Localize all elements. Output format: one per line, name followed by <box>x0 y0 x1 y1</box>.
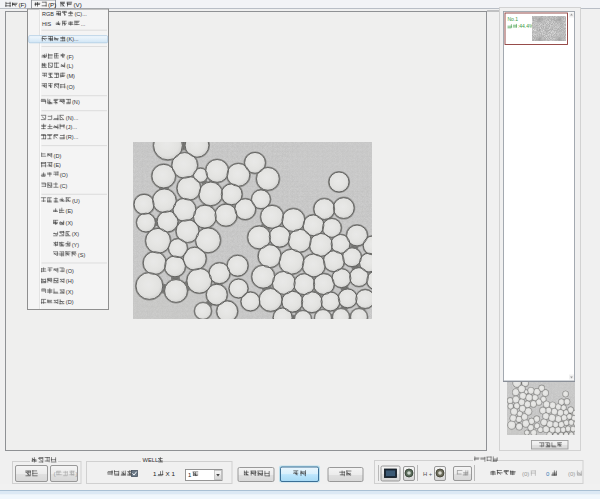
svg-text:(O): (O) <box>66 268 74 274</box>
svg-text:...: ... <box>81 21 86 27</box>
svg-text:(0): (0) <box>568 471 575 477</box>
svg-text:(V): (V) <box>74 1 82 8</box>
svg-text:RGB: RGB <box>42 11 54 17</box>
svg-text:(Y): (Y) <box>72 242 80 248</box>
svg-text:(L): (L) <box>67 63 74 69</box>
svg-text:): ) <box>75 470 77 477</box>
svg-text:(N)...: (N)... <box>66 115 79 121</box>
svg-text:WELL: WELL <box>143 457 160 463</box>
svg-text:(U): (U) <box>72 198 80 204</box>
svg-text:(0): (0) <box>522 471 529 477</box>
svg-text:(H): (H) <box>66 278 74 284</box>
svg-text:(X): (X) <box>66 220 74 226</box>
svg-text:(X): (X) <box>66 289 74 295</box>
svg-text:(E): (E) <box>54 162 62 168</box>
svg-text:(O): (O) <box>67 84 75 90</box>
svg-text:(P): (P) <box>48 1 56 8</box>
svg-text:H +: H + <box>423 471 433 477</box>
svg-text:(D): (D) <box>66 299 74 305</box>
svg-text:HIS: HIS <box>42 21 52 27</box>
svg-text:No.1: No.1 <box>508 16 519 22</box>
svg-text:(F): (F) <box>19 1 27 8</box>
svg-text:(F): (F) <box>67 54 74 60</box>
svg-text:(R)...: (R)... <box>66 134 79 140</box>
svg-text:(K)...: (K)... <box>67 36 80 42</box>
svg-text::44.4%: :44.4% <box>518 23 534 29</box>
svg-text:(J)...: (J)... <box>66 124 78 130</box>
svg-text:(C)...: (C)... <box>74 11 87 17</box>
svg-text:(N): (N) <box>72 99 80 105</box>
svg-text:1: 1 <box>153 470 157 477</box>
svg-text:(C): (C) <box>60 183 68 189</box>
svg-text:(X): (X) <box>72 231 80 237</box>
svg-text:(S): (S) <box>78 252 86 258</box>
svg-text:(D): (D) <box>54 153 62 159</box>
svg-text:X 1: X 1 <box>166 470 176 477</box>
svg-text:(E): (E) <box>66 208 74 214</box>
svg-text:(O): (O) <box>60 172 68 178</box>
svg-text:(M): (M) <box>67 73 76 79</box>
